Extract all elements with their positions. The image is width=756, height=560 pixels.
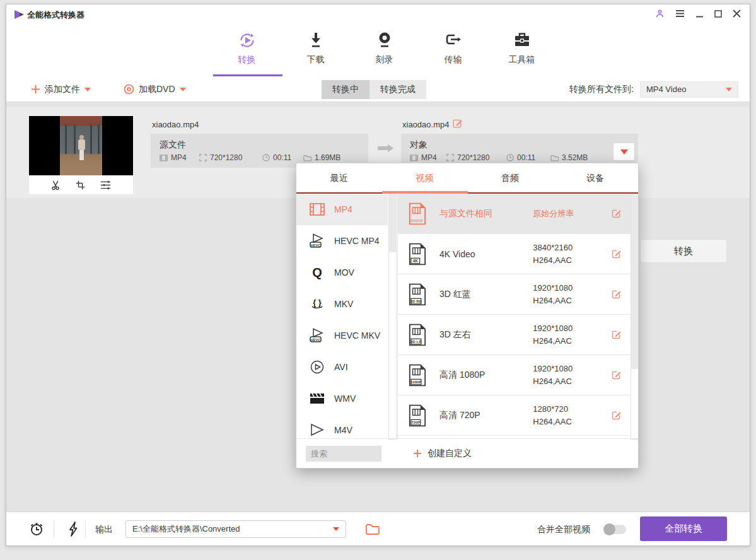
popup-tab-video[interactable]: 视频 <box>382 163 468 194</box>
preset-edit-icon[interactable] <box>611 208 622 219</box>
output-format-select[interactable]: MP4 Video <box>640 81 738 98</box>
source-preset-icon: source <box>408 202 427 225</box>
merge-all-toggle[interactable] <box>605 525 626 534</box>
crop-icon[interactable] <box>75 180 86 190</box>
preset-row-720p[interactable]: 720P 高清 720P 1280*720H264,AAC <box>398 395 631 436</box>
svg-text:3D RB: 3D RB <box>410 300 422 303</box>
chevron-down-icon <box>726 88 732 91</box>
popup-tab-device[interactable]: 设备 <box>553 163 639 194</box>
nav-tab-convert[interactable]: 转换 <box>212 23 281 73</box>
format-item-hevc-mkv[interactable]: HEVC HEVC MKV <box>296 320 388 351</box>
burn-icon <box>376 31 393 50</box>
svg-text:HEVC: HEVC <box>311 338 320 342</box>
target-duration: 00:11 <box>506 153 550 162</box>
source-file-name: xiaodao.mp4 <box>152 120 199 129</box>
preset-edit-icon[interactable] <box>611 410 622 421</box>
merge-all-label: 合并全部视频 <box>537 524 590 535</box>
preset-list-scrollbar[interactable] <box>631 194 638 440</box>
open-folder-icon[interactable] <box>365 523 380 535</box>
scrollbar-thumb[interactable] <box>631 194 638 369</box>
preset-row-4k[interactable]: 4K 4K Video 3840*2160H264,AAC <box>398 234 631 274</box>
preset-list: source 与源文件相同 原始分辨率 4K 4K Video 3840*216… <box>397 194 631 440</box>
format-item-wmv[interactable]: WMV <box>296 383 388 414</box>
svg-text:720P: 720P <box>411 421 420 424</box>
preset-edit-icon[interactable] <box>611 289 622 300</box>
format-item-mov[interactable]: Q MOV <box>296 257 388 288</box>
preset-doc-icon: 4K <box>408 243 427 265</box>
plus-icon <box>31 85 40 94</box>
film-icon <box>160 155 168 161</box>
add-file-button[interactable]: 添加文件 <box>31 76 91 102</box>
preset-row-source[interactable]: source 与源文件相同 原始分辨率 <box>398 194 631 234</box>
dvd-icon <box>124 84 134 95</box>
nav-tab-transfer[interactable]: 传输 <box>419 23 487 73</box>
app-logo-icon <box>14 9 25 20</box>
minimize-icon[interactable] <box>695 9 704 18</box>
folder-icon <box>550 155 559 161</box>
format-item-m4v[interactable]: M4V <box>296 414 388 440</box>
create-custom-button[interactable]: 创建自定义 <box>413 448 472 459</box>
format-item-mp4[interactable]: MP4 <box>296 194 388 225</box>
high-speed-bolt-icon[interactable] <box>67 522 79 537</box>
menu-icon[interactable] <box>675 9 685 18</box>
format-list-scrollbar[interactable] <box>388 194 397 440</box>
convert-all-button[interactable]: 全部转换 <box>640 516 727 541</box>
preset-edit-icon[interactable] <box>611 329 622 340</box>
format-item-avi[interactable]: AVI <box>296 351 388 383</box>
play-circle-icon <box>309 359 325 375</box>
format-picker-popup: 最近 视频 音频 设备 MP4 HEVC HEVC MP4 <box>296 163 639 469</box>
maximize-icon[interactable] <box>714 10 722 18</box>
nav-tab-download[interactable]: 下载 <box>281 23 350 73</box>
tab-converting[interactable]: 转换中 <box>322 80 369 99</box>
preset-row-3d-lr[interactable]: 3D LR 3D 左右 1920*1080H264,AAC <box>398 315 631 355</box>
preset-edit-icon[interactable] <box>611 370 622 380</box>
target-format-dropdown-button[interactable] <box>613 143 635 161</box>
rename-edit-icon[interactable] <box>452 118 463 129</box>
format-list: MP4 HEVC HEVC MP4 Q MOV { } MKV <box>296 194 388 440</box>
source-resolution: 720*1280 <box>199 153 262 162</box>
nav-tab-burn[interactable]: 刻录 <box>350 23 419 73</box>
resolution-icon <box>199 154 207 161</box>
toolbar: 添加文件 加载DVD 转换中 转换完成 转换所有文件到: MP4 Video <box>6 76 750 102</box>
tab-finished[interactable]: 转换完成 <box>369 80 426 99</box>
convert-icon <box>238 31 257 50</box>
video-thumbnail-card <box>29 116 133 194</box>
preset-edit-icon[interactable] <box>611 248 622 259</box>
trim-scissors-icon[interactable] <box>50 180 61 190</box>
transfer-icon <box>444 31 463 50</box>
format-item-mkv[interactable]: { } MKV <box>296 288 388 320</box>
user-account-icon[interactable] <box>655 9 665 18</box>
clock-icon <box>262 154 270 161</box>
app-title: 全能格式转换器 <box>27 9 84 21</box>
svg-text:3D LR: 3D LR <box>410 340 422 344</box>
popup-tab-audio[interactable]: 音频 <box>467 163 553 194</box>
effects-sliders-icon[interactable] <box>100 180 112 190</box>
source-size: 1.69MB <box>303 153 340 162</box>
popup-tab-recent[interactable]: 最近 <box>296 163 382 194</box>
schedule-alarm-icon[interactable] <box>29 522 44 537</box>
preset-row-3d-rb[interactable]: 3D RB 3D 红蓝 1920*1080H264,AAC <box>398 274 631 315</box>
chevron-down-icon <box>620 149 628 155</box>
svg-text:{ }: { } <box>313 298 322 307</box>
source-format: MP4 <box>160 153 199 162</box>
main-nav: 转换 下载 刻录 <box>212 23 556 73</box>
load-dvd-button[interactable]: 加载DVD <box>124 76 186 102</box>
folder-icon <box>303 155 311 161</box>
clapperboard-icon <box>309 391 325 406</box>
preset-row-1080p[interactable]: 1080P 高清 1080P 1920*1080H264,AAC <box>398 355 631 395</box>
close-icon[interactable] <box>733 9 741 18</box>
video-thumbnail <box>29 116 133 175</box>
convert-row-button[interactable]: 转换 <box>640 239 727 263</box>
convert-all-to-label: 转换所有文件到: <box>569 84 634 95</box>
titlebar: 全能格式转换器 <box>6 4 750 23</box>
output-path-select[interactable]: E:\全能格式转换器\Converted <box>125 520 346 538</box>
format-search-input[interactable] <box>306 446 381 462</box>
format-item-hevc-mp4[interactable]: HEVC HEVC MP4 <box>296 225 388 257</box>
target-format: MP4 <box>410 153 446 162</box>
preset-doc-icon: 720P <box>408 404 427 427</box>
plus-icon <box>413 449 422 458</box>
nav-tab-toolbox[interactable]: 工具箱 <box>487 23 556 73</box>
chevron-down-icon <box>84 88 91 91</box>
scrollbar-thumb[interactable] <box>389 194 396 252</box>
target-resolution: 720*1280 <box>446 153 506 162</box>
